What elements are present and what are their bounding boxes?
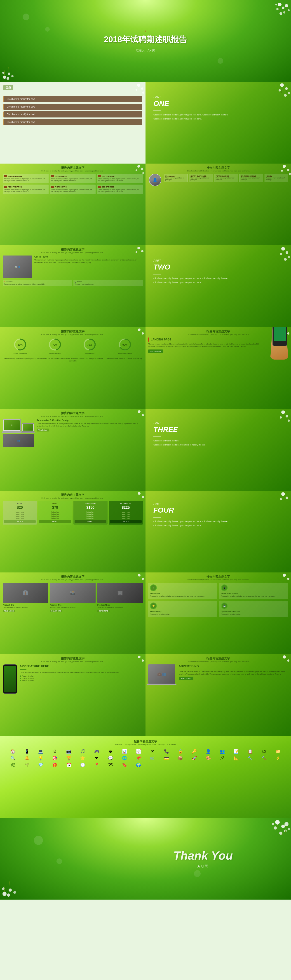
- slide8-left-sub: Click here to modify the text . you may …: [3, 579, 143, 581]
- icon-item: 📷: [63, 749, 75, 754]
- icon-item: 📅: [63, 762, 75, 767]
- icon-item: ⭐: [76, 756, 89, 760]
- icon-item: 🖥: [49, 749, 61, 754]
- slides-row-9: 报告内容主题文字 Click here to modify the text .…: [0, 654, 291, 736]
- more-details-btn[interactable]: More Details: [148, 350, 163, 353]
- toc-btn-4[interactable]: Click here to modify the text: [3, 119, 142, 125]
- icon-item: 🏆: [63, 756, 75, 760]
- icon-item: 🗺: [105, 762, 117, 767]
- icon-item: 🔔: [21, 756, 33, 760]
- slide4-left-heading: 报告内容主题文字: [3, 248, 143, 252]
- part-three-desc: Click here to modify the text: [153, 439, 283, 442]
- toc-btn-3[interactable]: Click here to modify the text: [3, 111, 142, 118]
- contact-text: There are many variations of passages of…: [34, 259, 143, 264]
- slide5-left-sub: Click here to modify the text . you may …: [3, 333, 143, 336]
- slide-5-landing: 报告内容主题文字 Click here to modify the text .…: [146, 327, 291, 409]
- thank-you-author: AKI网: [173, 864, 233, 869]
- icon-item: 🎯: [49, 756, 61, 760]
- read-more-1[interactable]: READ MORE: [3, 610, 15, 612]
- icon-item: 🛒: [146, 756, 159, 760]
- part-four-num: FOUR: [153, 506, 283, 514]
- slide-8-bootstrap: 报告内容主题文字 Click here to modify the text .…: [146, 573, 291, 654]
- svg-point-2: [276, 8, 278, 10]
- read-more-3[interactable]: READ MORE: [97, 610, 110, 612]
- slide3-right-sub: Click here to modify the text . you may …: [148, 170, 288, 172]
- product-1: 👔 Product One There are many variations …: [3, 582, 48, 612]
- svg-point-81: [275, 820, 280, 824]
- feature-item-1: VIDEO ANIMATION There are many variation…: [3, 174, 49, 183]
- svg-point-88: [272, 823, 274, 825]
- pricing-basic: BASIC $20 feature herefeature herefeatur…: [3, 501, 37, 525]
- icon-item: 🌱: [21, 762, 33, 767]
- app-title: APP FEATURE HERE: [20, 664, 143, 668]
- slide8-right-sub: Click here to modify the text . you may …: [148, 579, 288, 581]
- slides-row-6: 报告内容主题文字 Click here to modify the text .…: [0, 409, 291, 491]
- slide9-right-heading: 报告内容主题文字: [148, 657, 288, 660]
- icon-item: 👤: [202, 749, 215, 754]
- svg-point-86: [279, 832, 282, 835]
- icon-item: 🔑: [188, 749, 200, 754]
- svg-line-89: [277, 824, 277, 831]
- app-text: There are many variations of passages of…: [20, 671, 143, 674]
- icon-item: 🕐: [76, 762, 89, 767]
- svg-text:76%: 76%: [87, 344, 92, 346]
- slides-row-3: 报告内容主题文字 Click here to modify the text .…: [0, 164, 291, 245]
- toc-btn-2[interactable]: Click here to modify the text: [3, 104, 142, 110]
- slide-5-progress: 报告内容主题文字 Click here to modify the text .…: [0, 327, 146, 409]
- slide-2-toc: 目录 Click here to modify the text Click h…: [0, 82, 146, 164]
- icon-item: 📁: [272, 749, 284, 754]
- read-more-2[interactable]: READ MORE: [50, 610, 62, 612]
- icon-item: ⚙: [105, 749, 117, 754]
- part-three-label: PART: [153, 421, 283, 425]
- slide-9-app: 报告内容主题文字 Click here to modify the text .…: [0, 654, 146, 736]
- slides-row-4: 报告内容主题文字 Click here to modify the text .…: [0, 245, 291, 327]
- toc-btn-1[interactable]: Click here to modify the text: [3, 96, 142, 102]
- slide3-left-heading: 报告内容主题文字: [3, 166, 143, 170]
- slide8-right-heading: 报告内容主题文字: [148, 575, 288, 579]
- slide4-left-sub: Click here to modify the text . you may …: [3, 252, 143, 254]
- profile-item-3: PERFORMANCE There are many variations of…: [214, 174, 238, 182]
- svg-line-91: [285, 826, 286, 832]
- slide-7-part-four: PART FOUR Click here to modify the text …: [146, 491, 291, 573]
- design-title: Responsive & Creative Design: [37, 419, 143, 422]
- slide-9-advertising: 报告内容主题文字 Click here to modify the text .…: [146, 654, 291, 736]
- part-four-desc2: Click here to modify the text . you may …: [153, 524, 283, 527]
- icon-item: 📍: [91, 762, 103, 767]
- icon-item: 🌿: [7, 762, 19, 767]
- icon-item: ❤: [91, 756, 103, 760]
- icon-item: ⚡: [272, 756, 284, 760]
- pricing-standard: STNDAT $79 feature herefeature herefeatu…: [38, 501, 72, 525]
- more-details-btn-2[interactable]: More Details: [179, 676, 193, 680]
- icon-item: 🌍: [132, 762, 145, 767]
- icon-item: 📞: [161, 749, 173, 754]
- profile-item-2: HAPPY CUSTOMER There are many variations…: [189, 174, 213, 182]
- svg-line-90: [283, 828, 283, 835]
- slide9-right-sub: Click here to modify the text . you may …: [148, 660, 288, 663]
- get-in-touch-title: Get in Touch: [34, 256, 143, 258]
- slide5-right-heading: 报告内容主题文字: [148, 329, 288, 333]
- icon-item: 💎: [35, 762, 47, 767]
- slides-row-7: 报告内容主题文字 Click here to modify the text .…: [0, 491, 291, 573]
- design-text: There are many variations of passages of…: [37, 422, 143, 427]
- svg-point-83: [274, 826, 277, 830]
- slide-4-part-two: PART TWO Click here to modify the text ,…: [146, 245, 291, 327]
- profile-item-1: Photograph There are many variations of …: [164, 174, 188, 182]
- part-two-num: TWO: [153, 263, 283, 271]
- part-four-desc: Click here to modify the text , you may …: [153, 520, 283, 523]
- slide9-left-sub: Click here to modify the text . you may …: [3, 660, 143, 663]
- bootstrap-item-3: ⭐ Retina Ready Please click here to modi…: [148, 601, 217, 617]
- svg-point-0: [278, 3, 281, 6]
- slide-6-responsive: 报告内容主题文字 Click here to modify the text .…: [0, 409, 146, 491]
- icon-item: 💻: [35, 749, 47, 754]
- progress-bottom-text: There are many variations of passages of…: [3, 357, 143, 362]
- slide-10-icons: 报告内容主题文字 Click here to modify the text .…: [0, 736, 291, 818]
- svg-line-98: [10, 881, 10, 889]
- view-details-btn[interactable]: View Details: [37, 428, 49, 431]
- icon-item: 📦: [175, 756, 187, 760]
- slide5-right-sub: Click here to modify the text . you may …: [148, 333, 288, 336]
- bootstrap-item-4: 💻 Optimised for mobiles Please click her…: [219, 601, 288, 617]
- slide-11-thankyou: Thank You AKI网: [0, 818, 291, 900]
- svg-point-7: [275, 4, 277, 5]
- svg-point-96: [7, 894, 10, 897]
- svg-line-17: [9, 67, 9, 73]
